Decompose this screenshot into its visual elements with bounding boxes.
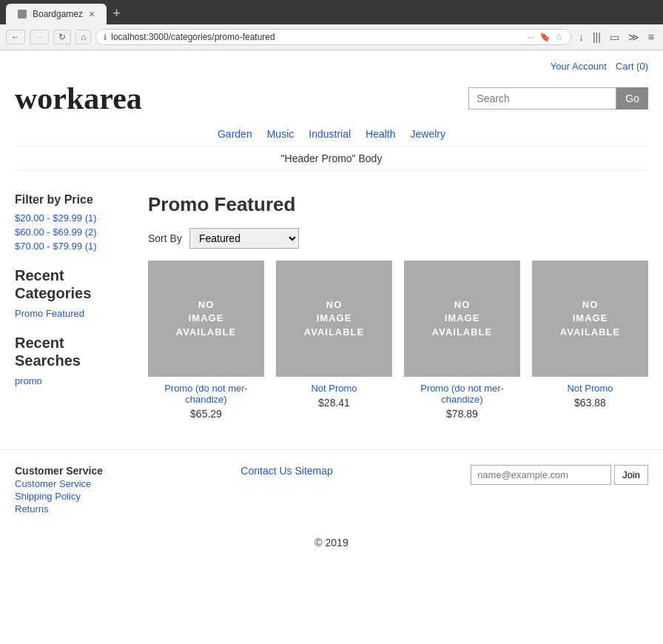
extensions-button[interactable]: ≫ — [625, 30, 642, 44]
join-button[interactable]: Join — [614, 465, 648, 485]
email-input[interactable] — [471, 465, 611, 485]
footer-sitemap-link[interactable]: Sitemap — [295, 465, 332, 477]
promo-bar: "Header Promo" Body — [15, 146, 648, 171]
downloads-button[interactable]: ↓ — [576, 30, 587, 44]
copyright-text: © 2019 — [314, 537, 348, 549]
footer-returns-link[interactable]: Returns — [15, 503, 103, 514]
product-card: NOIMAGEAVAILABLE Promo (do not mer-chand… — [148, 261, 264, 420]
nav-music[interactable]: Music — [267, 128, 295, 140]
product-name[interactable]: Not Promo — [276, 383, 392, 394]
footer-contact-link[interactable]: Contact Us — [240, 465, 292, 477]
tab-favicon — [18, 10, 27, 19]
product-image[interactable]: NOIMAGEAVAILABLE — [276, 261, 392, 377]
refresh-button[interactable]: ↻ — [53, 30, 71, 44]
browser-nav-bar: ← → ↻ ⌂ ℹ localhost:3000/categories/prom… — [0, 24, 663, 50]
main-content: Promo Featured Sort By Featured Price Lo… — [148, 193, 648, 420]
address-bar[interactable]: ℹ localhost:3000/categories/promo-featur… — [95, 29, 571, 45]
sidebar-button[interactable]: ▭ — [607, 30, 622, 44]
recent-categories-title: RecentCategories — [15, 266, 133, 302]
tab-title: Boardgamez — [33, 9, 83, 19]
nav-extra-buttons: ↓ ||| ▭ ≫ ≡ — [576, 30, 657, 44]
footer-customer-service-link[interactable]: Customer Service — [15, 478, 103, 489]
recent-search-link[interactable]: promo — [15, 375, 133, 386]
product-price: $78.89 — [404, 408, 520, 420]
main-layout: Filter by Price $20.00 - $29.99 (1) $60.… — [0, 186, 663, 427]
filter-title: Filter by Price — [15, 193, 133, 207]
more-icon: ··· — [528, 32, 535, 42]
footer-right: Join — [471, 465, 648, 485]
product-price: $28.41 — [276, 397, 392, 409]
nav-health[interactable]: Health — [366, 128, 395, 140]
nav-industrial[interactable]: Industrial — [309, 128, 351, 140]
new-tab-button[interactable]: + — [107, 3, 127, 24]
search-bar: Go — [468, 87, 648, 110]
footer: Customer Service Customer Service Shippi… — [0, 449, 663, 529]
product-name[interactable]: Not Promo — [532, 383, 648, 394]
sort-bar: Sort By Featured Price Low to High Price… — [148, 228, 648, 249]
filter-link-1[interactable]: $20.00 - $29.99 (1) — [15, 212, 133, 224]
address-text: localhost:3000/categories/promo-featured — [111, 32, 523, 42]
library-button[interactable]: ||| — [590, 30, 604, 44]
product-card: NOIMAGEAVAILABLE Promo (do not mer-chand… — [404, 261, 520, 420]
tab-close-icon[interactable]: × — [89, 8, 95, 20]
recent-category-link[interactable]: Promo Featured — [15, 308, 133, 319]
pocket-icon: 🔖 — [539, 32, 551, 42]
menu-button[interactable]: ≡ — [645, 30, 657, 44]
footer-center: Contact Us Sitemap — [240, 465, 333, 477]
product-name[interactable]: Promo (do not mer-chandize) — [148, 383, 264, 405]
page-title: Promo Featured — [148, 193, 648, 216]
promo-text: "Header Promo" Body — [281, 152, 383, 164]
forward-button[interactable]: → — [30, 30, 49, 44]
product-card: NOIMAGEAVAILABLE Not Promo $63.88 — [532, 261, 648, 420]
product-name[interactable]: Promo (do not mer-chandize) — [404, 383, 520, 405]
site-logo: workarea — [15, 81, 142, 116]
your-account-link[interactable]: Your Account — [551, 61, 607, 72]
star-icon[interactable]: ☆ — [555, 32, 563, 42]
filter-link-2[interactable]: $60.00 - $69.99 (2) — [15, 227, 133, 238]
footer-shipping-link[interactable]: Shipping Policy — [15, 491, 103, 502]
site-header: Your Account Cart (0) workarea Go Garden… — [0, 50, 663, 186]
product-image[interactable]: NOIMAGEAVAILABLE — [532, 261, 648, 377]
recent-categories-section: RecentCategories Promo Featured — [15, 266, 133, 319]
sidebar: Filter by Price $20.00 - $29.99 (1) $60.… — [15, 193, 133, 420]
product-grid: NOIMAGEAVAILABLE Promo (do not mer-chand… — [148, 261, 648, 420]
nav-garden[interactable]: Garden — [218, 128, 252, 140]
cart-link[interactable]: Cart (0) — [616, 61, 648, 72]
nav-jewelry[interactable]: Jewelry — [411, 128, 445, 140]
filter-link-3[interactable]: $70.00 - $79.99 (1) — [15, 241, 133, 252]
main-nav: Garden Music Industrial Health Jewelry — [15, 122, 648, 146]
browser-tab[interactable]: Boardgamez × — [6, 4, 107, 24]
product-image[interactable]: NOIMAGEAVAILABLE — [148, 261, 264, 377]
sort-label: Sort By — [148, 232, 182, 244]
filter-section: Filter by Price $20.00 - $29.99 (1) $60.… — [15, 193, 133, 252]
footer-left: Customer Service Customer Service Shippi… — [15, 465, 103, 514]
product-card: NOIMAGEAVAILABLE Not Promo $28.41 — [276, 261, 392, 420]
back-button[interactable]: ← — [6, 30, 25, 44]
lock-icon: ℹ — [104, 33, 107, 42]
search-input[interactable] — [468, 87, 616, 110]
logo-search-row: workarea Go — [15, 75, 648, 122]
search-button[interactable]: Go — [616, 87, 648, 110]
product-price: $65.29 — [148, 408, 264, 420]
top-bar: Your Account Cart (0) — [15, 58, 648, 75]
product-image[interactable]: NOIMAGEAVAILABLE — [404, 261, 520, 377]
recent-searches-title: RecentSearches — [15, 334, 133, 369]
product-price: $63.88 — [532, 397, 648, 409]
copyright: © 2019 — [0, 529, 663, 560]
filter-links: $20.00 - $29.99 (1) $60.00 - $69.99 (2) … — [15, 212, 133, 252]
home-button[interactable]: ⌂ — [75, 30, 91, 44]
sort-select[interactable]: Featured Price Low to High Price High to… — [189, 228, 299, 249]
recent-searches-section: RecentSearches promo — [15, 334, 133, 386]
footer-customer-service-heading: Customer Service — [15, 465, 103, 477]
